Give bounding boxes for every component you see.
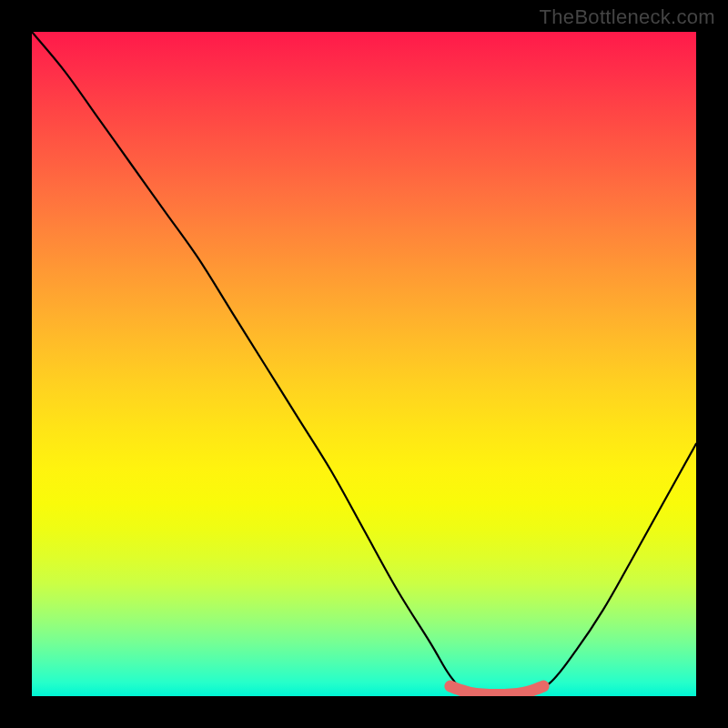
chart-container: TheBottleneck.com bbox=[0, 0, 728, 728]
bottleneck-chart bbox=[32, 32, 696, 696]
curve-line bbox=[32, 32, 696, 696]
attribution-text: TheBottleneck.com bbox=[540, 5, 715, 29]
optimal-range-highlight bbox=[450, 686, 543, 694]
plot-area bbox=[32, 32, 696, 696]
